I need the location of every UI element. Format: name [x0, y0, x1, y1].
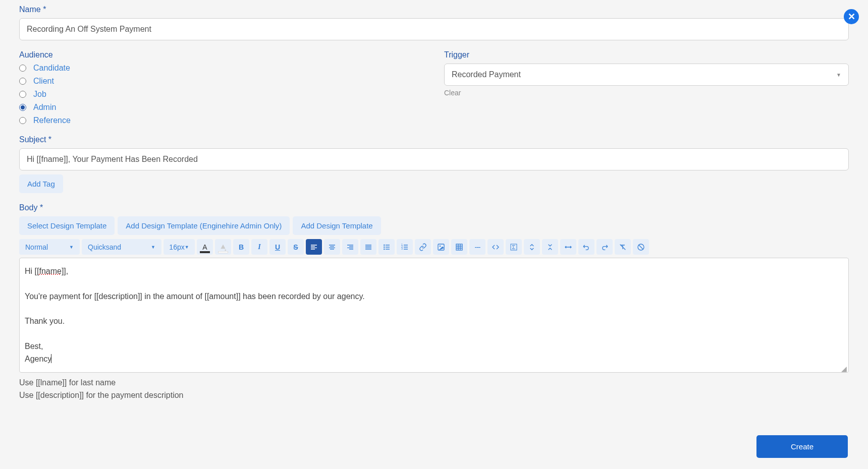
audience-radio-candidate[interactable]	[19, 65, 26, 72]
add-design-template-button[interactable]: Add Design Template	[293, 216, 381, 235]
name-input[interactable]	[19, 18, 849, 40]
highlight-color-button[interactable]	[215, 239, 231, 255]
align-right-button[interactable]	[342, 239, 358, 255]
audience-radio-admin[interactable]	[19, 104, 26, 111]
italic-icon: I	[258, 243, 260, 251]
code-view-button[interactable]	[487, 239, 504, 255]
subject-label: Subject *	[19, 135, 849, 144]
editor-line: Hi [[fname]],	[25, 265, 843, 278]
horizontal-rule-button[interactable]: ---	[469, 239, 485, 255]
hints-block: Use [[lname]] for last name Use [[descri…	[19, 377, 849, 402]
align-left-button[interactable]	[306, 239, 322, 255]
sigma-icon	[510, 243, 518, 251]
editor-line: Best,	[25, 340, 843, 353]
chevron-down-icon: ▼	[836, 72, 841, 78]
align-right-icon	[346, 243, 354, 251]
add-tag-button[interactable]: Add Tag	[19, 174, 63, 193]
resize-handle-icon[interactable]: ◢	[841, 365, 847, 371]
minus-icon: ---	[475, 243, 480, 251]
table-icon	[455, 243, 463, 251]
editor-line	[25, 328, 843, 340]
editor-line: You're payment for [[description]] in th…	[25, 290, 843, 303]
expand-button[interactable]	[524, 239, 540, 255]
audience-label-job[interactable]: Job	[33, 90, 46, 99]
paint-bucket-icon	[219, 243, 227, 251]
clear-format-icon	[619, 243, 627, 251]
align-justify-icon	[364, 243, 372, 251]
unordered-list-button[interactable]	[378, 239, 395, 255]
audience-label-reference[interactable]: Reference	[33, 116, 71, 125]
audience-radio-job[interactable]	[19, 91, 26, 98]
svg-text:3: 3	[401, 248, 403, 250]
svg-rect-8	[456, 244, 462, 250]
undo-button[interactable]	[578, 239, 594, 255]
editor-line	[25, 303, 843, 315]
ban-icon	[637, 243, 645, 251]
trigger-value: Recorded Payment	[452, 70, 521, 79]
align-center-icon	[328, 243, 336, 251]
underline-button[interactable]: U	[269, 239, 286, 255]
strikethrough-button[interactable]: S	[288, 239, 304, 255]
svg-point-2	[384, 248, 385, 250]
audience-label-candidate[interactable]: Candidate	[33, 64, 70, 73]
editor-line	[25, 278, 843, 290]
italic-button[interactable]: I	[251, 239, 267, 255]
list-ol-icon: 123	[401, 243, 409, 251]
trigger-clear-link[interactable]: Clear	[444, 89, 461, 97]
align-left-icon	[310, 243, 318, 251]
audience-label: Audience	[19, 50, 424, 60]
redo-button[interactable]	[596, 239, 613, 255]
image-icon	[437, 243, 445, 251]
select-design-template-button[interactable]: Select Design Template	[19, 216, 115, 235]
math-button[interactable]	[506, 239, 522, 255]
table-button[interactable]	[451, 239, 467, 255]
font-color-button[interactable]: A	[197, 239, 213, 255]
clear-format-button[interactable]	[615, 239, 631, 255]
audience-radio-client[interactable]	[19, 78, 26, 85]
svg-point-7	[440, 245, 441, 247]
audience-radio-reference[interactable]	[19, 117, 26, 124]
fullwidth-button[interactable]	[560, 239, 576, 255]
link-button[interactable]	[415, 239, 431, 255]
bold-button[interactable]: B	[233, 239, 249, 255]
trigger-label: Trigger	[444, 50, 849, 60]
close-button[interactable]: ✕	[844, 9, 859, 24]
paragraph-format-dropdown[interactable]: Normal ▼	[19, 239, 80, 255]
editor-line: Agency	[25, 353, 843, 366]
arrows-horizontal-icon	[564, 243, 572, 251]
undo-icon	[582, 243, 590, 251]
font-color-icon: A	[202, 243, 207, 251]
code-icon	[492, 243, 500, 251]
chevron-up-down-icon	[528, 243, 536, 251]
chevron-down-icon: ▼	[151, 245, 155, 250]
hint-line: Use [[lname]] for last name	[19, 377, 849, 389]
bold-icon: B	[239, 243, 244, 251]
add-design-template-admin-button[interactable]: Add Design Template (Enginehire Admin On…	[118, 216, 290, 235]
editor-line: Thank you.	[25, 315, 843, 328]
font-size-dropdown[interactable]: 16px ▼	[164, 239, 195, 255]
link-icon	[419, 243, 427, 251]
body-label: Body *	[19, 203, 849, 212]
audience-label-client[interactable]: Client	[33, 77, 54, 86]
subject-input[interactable]	[19, 148, 849, 170]
ordered-list-button[interactable]: 123	[397, 239, 413, 255]
body-editor[interactable]: Hi [[fname]], You're payment for [[descr…	[19, 258, 849, 373]
audience-radio-group: Candidate Client Job Admin Reference	[19, 64, 424, 125]
image-button[interactable]	[433, 239, 449, 255]
name-label: Name *	[19, 5, 849, 14]
chevron-down-up-icon	[546, 243, 554, 251]
disable-button[interactable]	[633, 239, 649, 255]
align-center-button[interactable]	[324, 239, 340, 255]
font-family-dropdown[interactable]: Quicksand ▼	[82, 239, 161, 255]
redo-icon	[601, 243, 609, 251]
list-ul-icon	[383, 243, 391, 251]
align-justify-button[interactable]	[360, 239, 376, 255]
chevron-down-icon: ▼	[69, 245, 74, 250]
trigger-dropdown[interactable]: Recorded Payment ▼	[444, 64, 849, 86]
collapse-button[interactable]	[542, 239, 558, 255]
underline-icon: U	[275, 243, 280, 251]
close-icon: ✕	[848, 11, 855, 22]
audience-label-admin[interactable]: Admin	[33, 103, 56, 112]
svg-point-0	[384, 244, 385, 246]
strikethrough-icon: S	[293, 243, 298, 251]
